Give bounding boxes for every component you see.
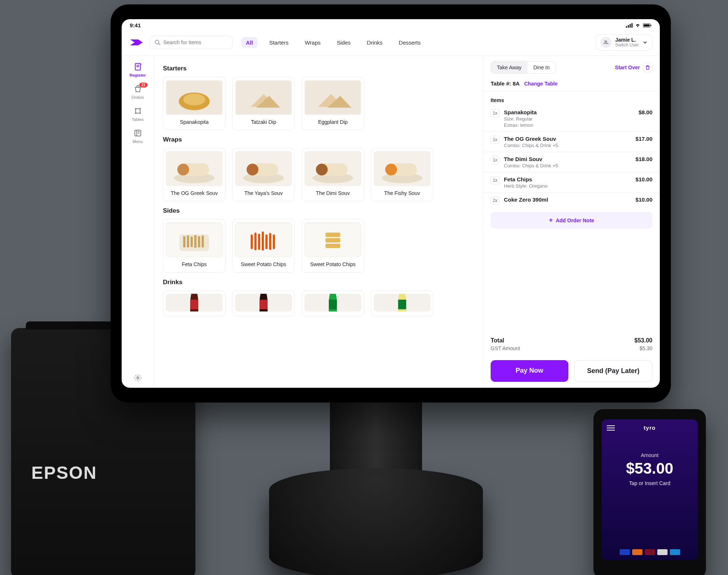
items-header: Items [483,94,660,105]
product-image [166,151,223,186]
user-switcher[interactable]: JL Jamie L. Switch User [596,34,652,50]
order-line[interactable]: 2x Coke Zero 390ml $10.00 [483,193,660,208]
svg-text:+: + [140,62,142,66]
sidebar-item-label: Tables [132,117,144,122]
tablet-stand-base [269,468,483,575]
trash-icon [643,63,652,72]
line-name: The OG Greek Souv [504,136,631,142]
category-wraps[interactable]: Wraps [300,37,325,48]
svg-rect-75 [398,300,406,309]
line-sub: Herb Style: Oregano [504,183,631,189]
product-image [304,80,361,115]
svg-rect-69 [190,300,198,309]
svg-rect-61 [265,234,268,249]
line-qty: 1x [491,136,499,144]
product-image [304,222,361,257]
order-totals: Total$53.00 GST Amount$5.30 [483,333,660,356]
terminal-menu-icon[interactable] [607,425,615,431]
svg-point-25 [183,94,205,105]
gst-label: GST Amount [491,345,520,351]
product-card[interactable]: The Fishy Souv [371,148,433,201]
category-desserts[interactable]: Desserts [394,37,425,48]
sidebar-item-label: Register [129,73,146,77]
app-logo [129,37,144,48]
line-qty: 1x [491,109,499,117]
section-title: Wraps [163,136,474,143]
product-card[interactable] [371,290,433,316]
start-over-button[interactable]: Start Over [615,63,652,72]
change-table-button[interactable]: Change Table [524,81,558,87]
svg-rect-60 [262,231,264,251]
product-name: The Dimi Souv [316,190,350,196]
product-image [374,151,431,186]
sidebar-item-tables[interactable]: Tables [126,106,150,122]
category-sides[interactable]: Sides [332,37,355,48]
dine-in-button[interactable]: Dine In [527,62,555,73]
product-card[interactable]: Eggplant Dip [302,77,364,130]
status-bar: 9:41 [122,19,660,31]
search-input[interactable] [150,36,233,49]
order-line[interactable]: 1x The Dimi Souv Combo: Chips & Drink +5… [483,152,660,172]
line-sub: Size: Regular [504,116,634,122]
product-name: The Fishy Souv [384,190,420,196]
settings-button[interactable] [134,374,142,382]
order-line[interactable]: 1x The OG Greek Souv Combo: Chips & Drin… [483,132,660,152]
product-card[interactable]: The Dimi Souv [302,148,364,201]
svg-rect-57 [251,234,253,249]
terminal-instruction: Tap or Insert Card [629,480,670,486]
product-card[interactable]: Tatzaki Dip [232,77,295,130]
svg-point-43 [316,164,328,175]
product-card[interactable]: Sweet Potato Chips [302,219,364,272]
search-field[interactable] [163,39,228,45]
svg-rect-1 [628,25,629,28]
line-sub: Combo: Chips & Drink +5 [504,143,631,148]
category-drinks[interactable]: Drinks [362,37,387,48]
product-image [235,294,292,311]
sidebar-item-orders[interactable]: 22 Orders [126,84,150,100]
product-card[interactable] [163,290,226,316]
wifi-icon [635,23,641,28]
send-pay-later-button[interactable]: Send (Pay Later) [574,360,653,382]
table-icon [133,106,143,116]
section-title: Drinks [163,279,474,286]
svg-rect-62 [269,233,271,250]
svg-rect-73 [329,300,337,309]
svg-rect-50 [183,236,185,247]
svg-point-35 [177,164,189,175]
pay-now-button[interactable]: Pay Now [491,360,568,382]
svg-rect-0 [626,26,627,28]
terminal-screen: tyro Amount $53.00 Tap or Insert Card [602,419,698,560]
product-card[interactable]: Feta Chips [163,219,226,272]
line-qty: 1x [491,156,499,164]
sidebar-item-menu[interactable]: Menu [126,128,150,144]
svg-point-7 [155,40,159,44]
order-line[interactable]: 1x Spanakopita Size: Regular Extras: lem… [483,105,660,132]
product-card[interactable] [302,290,364,316]
order-line[interactable]: 1x Feta Chips Herb Style: Oregano $10.00 [483,172,660,193]
order-panel: Take Away Dine In Start Over Table #: 8A… [483,56,660,388]
table-label: Table #: 8A [491,80,520,87]
total-value: $53.00 [634,337,652,344]
product-card[interactable]: The Yaya's Souv [232,148,295,201]
svg-rect-54 [198,236,200,247]
category-all[interactable]: All [241,37,257,48]
signal-icon [626,23,633,28]
product-card[interactable]: Sweet Potato Chips [232,219,295,272]
plus-icon: + [549,216,553,224]
product-card[interactable]: Spanakopita [163,77,226,130]
gst-value: $5.30 [640,345,652,351]
sidebar-item-register[interactable]: + Register [126,62,150,77]
line-name: The Dimi Souv [504,156,631,162]
line-sub: Combo: Chips & Drink +5 [504,163,631,168]
svg-rect-3 [631,23,633,28]
add-order-note-button[interactable]: + Add Order Note [491,212,652,229]
printer-brand: EPSON [31,463,97,483]
avatar: JL [600,37,612,48]
product-card[interactable] [232,290,295,316]
section-title: Starters [163,65,474,72]
category-starters[interactable]: Starters [265,37,293,48]
orders-badge: 22 [139,83,147,87]
svg-point-15 [139,108,141,109]
product-card[interactable]: The OG Greek Souv [163,148,226,201]
take-away-button[interactable]: Take Away [491,62,527,73]
